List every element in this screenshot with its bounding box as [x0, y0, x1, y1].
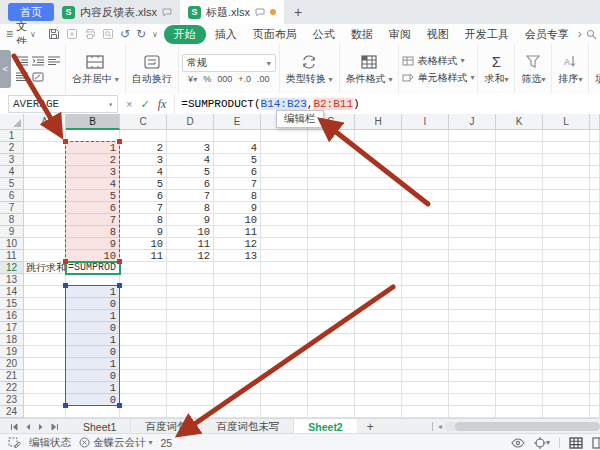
cell-C18[interactable] — [120, 334, 167, 346]
cell-K1[interactable] — [496, 130, 543, 142]
cell-H24[interactable] — [355, 406, 402, 418]
cell-I20[interactable] — [402, 358, 449, 370]
cell-C19[interactable] — [120, 346, 167, 358]
cell-E23[interactable] — [214, 394, 261, 406]
cell-A14[interactable] — [24, 286, 66, 298]
cell-J11[interactable] — [449, 250, 496, 262]
cell-J17[interactable] — [449, 322, 496, 334]
cell-B19[interactable]: 0 — [66, 346, 120, 358]
menu-item-公式[interactable]: 公式 — [306, 25, 342, 44]
cell-F1[interactable] — [261, 130, 308, 142]
cell-F11[interactable] — [261, 250, 308, 262]
row-header-5[interactable]: 5 — [0, 178, 24, 190]
row-header-8[interactable]: 8 — [0, 214, 24, 226]
cell-A18[interactable] — [24, 334, 66, 346]
cell-D7[interactable]: 8 — [167, 202, 214, 214]
menu-item-审阅[interactable]: 审阅 — [382, 25, 418, 44]
cell-L1[interactable] — [543, 130, 590, 142]
cell-K15[interactable] — [496, 298, 543, 310]
row-header-15[interactable]: 15 — [0, 298, 24, 310]
cell-L14[interactable] — [543, 286, 590, 298]
cell-I13[interactable] — [402, 274, 449, 286]
cell-B11[interactable]: 10 — [66, 250, 120, 262]
cell-B12[interactable]: =SUMPROD — [66, 262, 120, 274]
cell-I24[interactable] — [402, 406, 449, 418]
cell-K17[interactable] — [496, 322, 543, 334]
cell-I23[interactable] — [402, 394, 449, 406]
cell-I22[interactable] — [402, 382, 449, 394]
cell-C14[interactable] — [120, 286, 167, 298]
cell-L23[interactable] — [543, 394, 590, 406]
cell-H19[interactable] — [355, 346, 402, 358]
menu-item-会员专享[interactable]: 会员专享 — [518, 25, 576, 44]
row-header-9[interactable]: 9 — [0, 226, 24, 238]
cell-style-button[interactable]: 单元格样式▾ — [402, 71, 474, 85]
sheet-tab-百度词包未写[interactable]: 百度词包未写 — [202, 419, 294, 434]
cell-L5[interactable] — [543, 178, 590, 190]
merge-center-button[interactable]: 合并居中 ▾ — [69, 52, 122, 87]
cell-K22[interactable] — [496, 382, 543, 394]
cell-K12[interactable] — [496, 262, 543, 274]
cell-K11[interactable] — [496, 250, 543, 262]
cell-J21[interactable] — [449, 370, 496, 382]
undo-icon[interactable]: ↺ — [120, 27, 130, 41]
cell-H22[interactable] — [355, 382, 402, 394]
row-header-19[interactable]: 19 — [0, 346, 24, 358]
cell-F4[interactable] — [261, 166, 308, 178]
next-sheet-icon[interactable] — [38, 423, 44, 431]
cell-C5[interactable]: 5 — [120, 178, 167, 190]
cell-C21[interactable] — [120, 370, 167, 382]
cell-G13[interactable] — [308, 274, 355, 286]
cell-I6[interactable] — [402, 190, 449, 202]
row-header-10[interactable]: 10 — [0, 238, 24, 250]
cell-H4[interactable] — [355, 166, 402, 178]
cell-K5[interactable] — [496, 178, 543, 190]
cell-C12[interactable] — [120, 262, 167, 274]
cell-D4[interactable]: 5 — [167, 166, 214, 178]
cell-B15[interactable]: 0 — [66, 298, 120, 310]
cell-I9[interactable] — [402, 226, 449, 238]
cell-H6[interactable] — [355, 190, 402, 202]
cell-F16[interactable] — [261, 310, 308, 322]
cell-A7[interactable] — [24, 202, 66, 214]
cell-D19[interactable] — [167, 346, 214, 358]
menu-overflow-chevron[interactable]: › — [578, 27, 582, 41]
row-header-11[interactable]: 11 — [0, 250, 24, 262]
increase-decimal-button[interactable]: +.0 — [238, 74, 251, 84]
cell-A1[interactable] — [24, 130, 66, 142]
cell-F13[interactable] — [261, 274, 308, 286]
cell-G6[interactable] — [308, 190, 355, 202]
cell-C6[interactable]: 6 — [120, 190, 167, 202]
cell-H10[interactable] — [355, 238, 402, 250]
cell-A8[interactable] — [24, 214, 66, 226]
cell-H21[interactable] — [355, 370, 402, 382]
cell-D5[interactable]: 6 — [167, 178, 214, 190]
scrollbar-splitter[interactable] — [432, 422, 433, 431]
cell-K16[interactable] — [496, 310, 543, 322]
cell-H7[interactable] — [355, 202, 402, 214]
column-header-C[interactable]: C — [120, 114, 167, 130]
cell-J3[interactable] — [449, 154, 496, 166]
cell-K9[interactable] — [496, 226, 543, 238]
cell-L22[interactable] — [543, 382, 590, 394]
menu-item-开发工具[interactable]: 开发工具 — [458, 25, 516, 44]
cell-E18[interactable] — [214, 334, 261, 346]
cell-G15[interactable] — [308, 298, 355, 310]
cell-H9[interactable] — [355, 226, 402, 238]
wrap-text-button[interactable]: 自动换行 — [129, 52, 175, 87]
cell-C22[interactable] — [120, 382, 167, 394]
cell-I5[interactable] — [402, 178, 449, 190]
cell-G2[interactable] — [308, 142, 355, 154]
cell-L11[interactable] — [543, 250, 590, 262]
cell-E13[interactable] — [214, 274, 261, 286]
cell-A20[interactable] — [24, 358, 66, 370]
cell-I3[interactable] — [402, 154, 449, 166]
cell-G1[interactable] — [308, 130, 355, 142]
cell-D1[interactable] — [167, 130, 214, 142]
cell-I2[interactable] — [402, 142, 449, 154]
kingdee-service[interactable]: 金蝶云会计 ▾ — [79, 436, 153, 450]
cell-L4[interactable] — [543, 166, 590, 178]
cell-E8[interactable]: 10 — [214, 214, 261, 226]
column-header-D[interactable]: D — [167, 114, 214, 130]
cell-B2[interactable]: 1 — [66, 142, 120, 154]
